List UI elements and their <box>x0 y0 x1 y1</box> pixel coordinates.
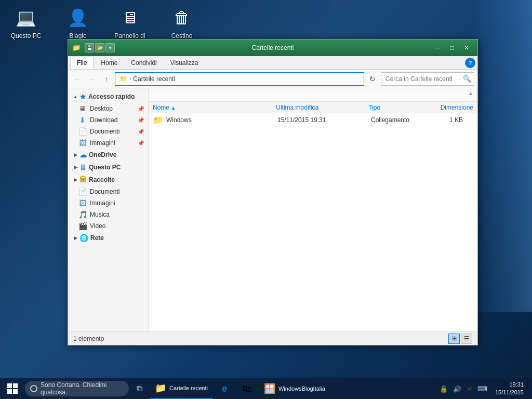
file-date-cell: 15/11/2015 19:31 <box>277 116 371 124</box>
view-btn-grid[interactable]: ⊞ <box>448 334 460 344</box>
collapse-arrow-rete: ▶ <box>72 235 78 241</box>
musica-label: Musica <box>90 211 110 218</box>
forward-button[interactable]: → <box>86 73 98 85</box>
address-path[interactable]: 📁 › Cartelle recenti <box>115 72 364 86</box>
cortana-search[interactable]: Sono Cortana. Chiedimi qualcosa. <box>25 381 129 396</box>
refresh-button[interactable]: ↻ <box>366 73 379 85</box>
ribbon-quick-access: 💾 📂 ▾ <box>85 43 115 52</box>
tray-icon-volume[interactable]: 🔊 <box>451 385 463 393</box>
start-icon <box>7 383 18 394</box>
quick-access-icon: ★ <box>79 92 86 101</box>
file-folder-icon: 📁 <box>153 115 163 125</box>
taskbar-btn-winblog[interactable]: 🪟 WindowsBlogItalia <box>259 378 330 399</box>
file-type-cell: Collegamento <box>371 116 444 124</box>
pin-icon-desktop: 📌 <box>138 106 144 112</box>
ribbon-tab-visualizza[interactable]: Visualizza <box>164 57 205 69</box>
collapse-arrow-od: ▶ <box>72 152 78 158</box>
minimize-button[interactable]: ─ <box>431 43 444 53</box>
ribbon-save-btn[interactable]: 💾 <box>85 43 94 52</box>
quick-access-header[interactable]: ▲ ★ Accesso rapido <box>68 90 148 103</box>
questo-pc-sidebar-header[interactable]: ▶ 🖥 Questo PC <box>68 161 148 174</box>
sidebar-item-download[interactable]: ⬇ Download 📌 <box>68 114 148 126</box>
video-label: Video <box>90 222 105 230</box>
col-header-name[interactable]: Nome▲ <box>153 104 276 111</box>
immagini-qa-icon: 🖼 <box>78 139 87 147</box>
raccolte-header[interactable]: ▶ 🏛 Raccolte <box>68 174 148 186</box>
col-header-size[interactable]: Dimensione <box>441 104 473 111</box>
file-columns: Nome▲ Ultima modifica Tipo Dimensione <box>149 102 477 113</box>
system-tray: 🔒 🔊 ✕ ⌨ 19:31 15/11/2015 <box>434 378 532 399</box>
immagini-r-icon: 🖼 <box>78 199 87 207</box>
view-btn-list[interactable]: ☰ <box>461 334 472 344</box>
taskbar-btn-edge[interactable]: e <box>213 378 236 399</box>
collapse-arrow-pc: ▶ <box>72 164 78 170</box>
rete-icon: 🌐 <box>79 234 88 242</box>
desktop-icon-questo-pc[interactable]: 💻 Questo PC <box>5 5 47 47</box>
immagini-r-label: Immagini <box>90 200 115 207</box>
up-button[interactable]: ↑ <box>100 73 113 85</box>
main-content: ▲ ★ Accesso rapido 🖥 Desktop 📌 ⬇ Downloa… <box>68 88 477 331</box>
rete-header[interactable]: ▶ 🌐 Rete <box>68 232 148 244</box>
collapse-arrow-qa: ▲ <box>72 94 78 100</box>
search-icon: 🔍 <box>463 75 471 83</box>
sidebar-item-documenti-qa[interactable]: 📄 Documenti 📌 <box>68 126 148 137</box>
ribbon-folder-btn[interactable]: 📂 <box>95 43 104 52</box>
file-size-cell: 1 KB <box>444 116 473 124</box>
tray-icon-x[interactable]: ✕ <box>465 385 474 393</box>
sidebar-item-immagini-r[interactable]: 🖼 Immagini <box>68 197 148 209</box>
ribbon-tab-home[interactable]: Home <box>95 57 124 69</box>
file-list-header: ▲ <box>149 88 477 102</box>
tray-icon-keyboard[interactable]: ⌨ <box>476 385 489 393</box>
musica-icon: 🎵 <box>78 210 87 219</box>
pannello-icon: 🖥 <box>117 5 142 30</box>
close-button[interactable]: ✕ <box>460 43 473 53</box>
desktop: 💻 Questo PC 👤 BiagioCatalán 🖥 Pannello d… <box>0 0 532 399</box>
taskbar-btn-explorer[interactable]: 📁 Cartelle recenti <box>150 378 213 399</box>
sidebar-item-documenti-r[interactable]: 📄 Documenti <box>68 186 148 197</box>
onedrive-label: OneDrive <box>89 151 116 158</box>
window-title: Cartelle recenti <box>117 44 429 51</box>
col-name-text: Nome <box>153 104 169 111</box>
col-header-date[interactable]: Ultima modifica <box>276 104 368 111</box>
tray-icon-lock[interactable]: 🔒 <box>438 385 449 393</box>
download-sidebar-icon: ⬇ <box>78 116 87 124</box>
address-bar: ← → ↑ 📁 › Cartelle recenti ↻ 🔍 <box>68 70 477 88</box>
collapse-arrow-r: ▶ <box>72 177 78 183</box>
winblog-taskbar-label: WindowsBlogItalia <box>278 385 325 392</box>
help-button[interactable]: ? <box>465 58 475 68</box>
questo-pc-icon: 💻 <box>14 5 38 30</box>
ribbon-down-btn[interactable]: ▾ <box>105 43 115 52</box>
system-clock[interactable]: 19:31 15/11/2015 <box>491 381 528 397</box>
sidebar-item-immagini-qa[interactable]: 🖼 Immagini 📌 <box>68 137 148 149</box>
sidebar-item-musica[interactable]: 🎵 Musica <box>68 209 148 220</box>
taskbar-btn-store[interactable]: 🛍 <box>236 378 259 399</box>
ribbon-tab-condividi[interactable]: Condividi <box>125 57 163 69</box>
documenti-qa-label: Documenti <box>90 128 119 135</box>
path-segment: Cartelle recenti <box>133 75 175 83</box>
sidebar-item-video[interactable]: 🎬 Video <box>68 220 148 232</box>
store-icon: 🛍 <box>243 383 252 394</box>
clock-date: 15/11/2015 <box>495 389 524 396</box>
explorer-taskbar-label: Cartelle recenti <box>169 385 208 391</box>
sidebar-item-desktop[interactable]: 🖥 Desktop 📌 <box>68 103 148 114</box>
biagio-icon: 👤 <box>65 5 90 30</box>
questo-pc-label: Questo PC <box>11 32 42 39</box>
back-button[interactable]: ← <box>71 73 84 85</box>
pin-icon-doc: 📌 <box>138 129 144 135</box>
table-row[interactable]: 📁 Windows 15/11/2015 19:31 Collegamento … <box>149 113 477 127</box>
search-input[interactable] <box>381 72 474 86</box>
maximize-button[interactable]: □ <box>445 43 459 53</box>
cestino-icon: 🗑 <box>169 5 194 30</box>
path-arrow: › <box>129 76 131 82</box>
ribbon-tab-file[interactable]: File <box>70 57 94 69</box>
winblog-icon: 🪟 <box>264 383 275 394</box>
file-area: ▲ Nome▲ Ultima modifica Tipo Dimensione … <box>149 88 477 331</box>
explorer-window: 📁 💾 📂 ▾ Cartelle recenti ─ □ ✕ File Home… <box>68 39 478 345</box>
start-button[interactable] <box>0 378 25 399</box>
onedrive-header[interactable]: ▶ ☁ OneDrive <box>68 149 148 161</box>
col-header-type[interactable]: Tipo <box>368 104 440 111</box>
file-name-cell: 📁 Windows <box>153 115 277 125</box>
collapse-details-btn[interactable]: ▲ <box>468 90 473 96</box>
pin-icon-download: 📌 <box>138 117 144 123</box>
task-view-button[interactable]: ⧉ <box>129 378 150 399</box>
